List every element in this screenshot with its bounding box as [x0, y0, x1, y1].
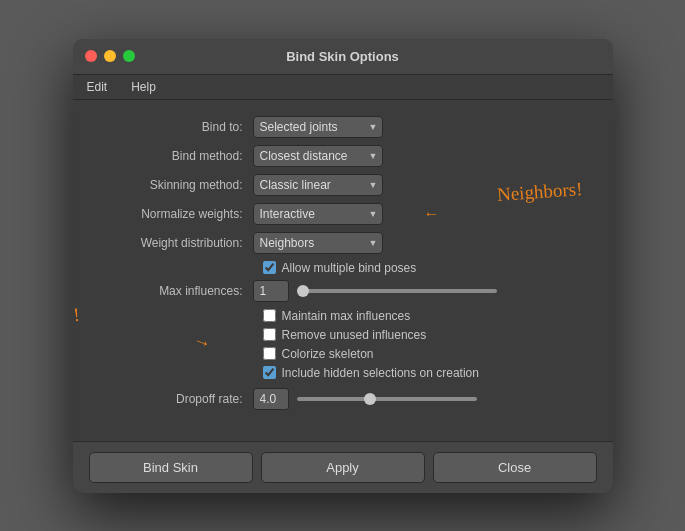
apply-button[interactable]: Apply [261, 452, 425, 483]
include-hidden-checkbox[interactable] [263, 366, 276, 379]
colorize-skeleton-label: Colorize skeleton [282, 347, 374, 361]
menu-edit[interactable]: Edit [83, 78, 112, 96]
bind-to-select[interactable]: Selected joints All joints Closest joint… [253, 116, 383, 138]
skinning-method-select-wrapper: Classic linear Dual quaternion Weight bl… [253, 174, 383, 196]
content-area: Bind to: Selected joints All joints Clos… [73, 100, 613, 441]
colorize-skeleton-checkbox[interactable] [263, 347, 276, 360]
include-hidden-label: Include hidden selections on creation [282, 366, 479, 380]
maintain-max-influences-label: Maintain max influences [282, 309, 411, 323]
bind-method-select[interactable]: Closest distance Heat map Geodesic voxel [253, 145, 383, 167]
menubar: Edit Help [73, 75, 613, 100]
minimize-window-button[interactable] [104, 50, 116, 62]
weight-distribution-select-wrapper: Neighbors Distance None ▼ [253, 232, 383, 254]
max-influences-row: Max influences: No please! → [93, 280, 593, 302]
max-influences-slider[interactable] [297, 289, 497, 293]
menu-help[interactable]: Help [127, 78, 160, 96]
weight-distribution-select[interactable]: Neighbors Distance None [253, 232, 383, 254]
window-title: Bind Skin Options [286, 49, 399, 64]
bind-method-row: Bind method: Closest distance Heat map G… [93, 145, 593, 167]
normalize-weights-control: Interactive Post None ▼ [253, 203, 383, 225]
allow-multiple-bind-poses-row: Allow multiple bind poses [93, 261, 593, 275]
dropoff-rate-value[interactable] [253, 388, 289, 410]
bind-skin-options-window: Bind Skin Options Edit Help Bind to: Sel… [73, 39, 613, 493]
normalize-weights-row: Normalize weights: Interactive Post None… [93, 203, 593, 225]
titlebar: Bind Skin Options [73, 39, 613, 75]
include-hidden-row: Include hidden selections on creation [93, 366, 593, 380]
max-influences-label: Max influences: [93, 284, 253, 298]
neighbors-arrow-icon: ← [424, 205, 440, 223]
normalize-weights-select[interactable]: Interactive Post None [253, 203, 383, 225]
normalize-weights-label: Normalize weights: [93, 207, 253, 221]
weight-distribution-label: Weight distribution: [93, 236, 253, 250]
allow-multiple-bind-poses-label: Allow multiple bind poses [282, 261, 417, 275]
bind-to-select-wrapper: Selected joints All joints Closest joint… [253, 116, 383, 138]
skinning-method-select[interactable]: Classic linear Dual quaternion Weight bl… [253, 174, 383, 196]
bottom-bar: Bind Skin Apply Close [73, 441, 613, 493]
maintain-max-influences-row: Maintain max influences [93, 309, 593, 323]
no-please-annotation: No please! [73, 303, 81, 333]
bind-to-label: Bind to: [93, 120, 253, 134]
allow-multiple-bind-poses-checkbox[interactable] [263, 261, 276, 274]
traffic-lights [85, 50, 135, 62]
remove-unused-influences-row: Remove unused influences [93, 328, 593, 342]
bind-to-row: Bind to: Selected joints All joints Clos… [93, 116, 593, 138]
max-influences-control [253, 280, 497, 302]
skinning-method-row: Skinning method: Classic linear Dual qua… [93, 174, 593, 196]
bind-method-label: Bind method: [93, 149, 253, 163]
skinning-method-label: Skinning method: [93, 178, 253, 192]
dropoff-rate-slider[interactable] [297, 397, 477, 401]
maximize-window-button[interactable] [123, 50, 135, 62]
remove-unused-influences-checkbox[interactable] [263, 328, 276, 341]
dropoff-rate-control [253, 388, 477, 410]
close-button[interactable]: Close [433, 452, 597, 483]
close-window-button[interactable] [85, 50, 97, 62]
normalize-weights-select-wrapper: Interactive Post None ▼ [253, 203, 383, 225]
maintain-max-influences-checkbox[interactable] [263, 309, 276, 322]
dropoff-rate-label: Dropoff rate: [93, 392, 253, 406]
dropoff-rate-row: Dropoff rate: [93, 388, 593, 410]
bind-to-control: Selected joints All joints Closest joint… [253, 116, 383, 138]
max-influences-value[interactable] [253, 280, 289, 302]
bind-method-control: Closest distance Heat map Geodesic voxel… [253, 145, 383, 167]
colorize-skeleton-row: Colorize skeleton [93, 347, 593, 361]
bind-skin-button[interactable]: Bind Skin [89, 452, 253, 483]
bind-method-select-wrapper: Closest distance Heat map Geodesic voxel… [253, 145, 383, 167]
remove-unused-influences-label: Remove unused influences [282, 328, 427, 342]
weight-distribution-control: Neighbors Distance None ▼ [253, 232, 383, 254]
skinning-method-control: Classic linear Dual quaternion Weight bl… [253, 174, 383, 196]
weight-distribution-row: Weight distribution: Neighbors Distance … [93, 232, 593, 254]
